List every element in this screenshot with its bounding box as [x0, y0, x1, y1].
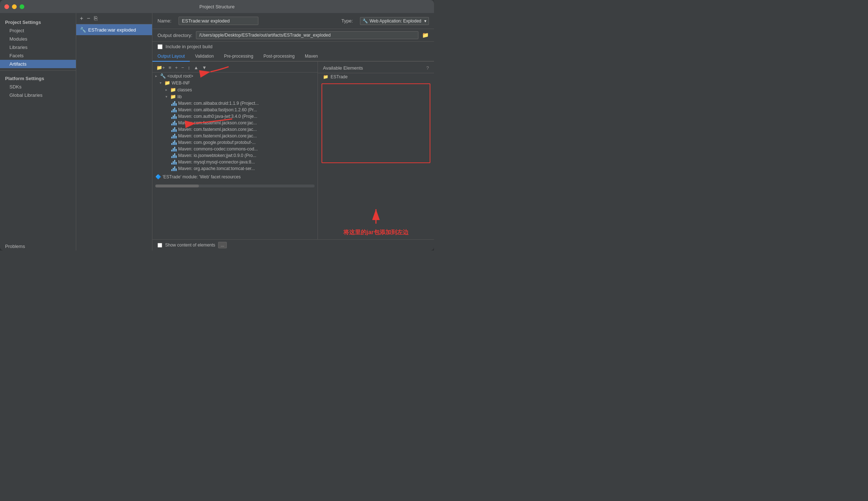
sidebar-item-global-libraries[interactable]: Global Libraries: [0, 91, 76, 99]
tree-node-label: lib: [177, 94, 182, 99]
jar-icon: [171, 121, 177, 125]
tree-node-druid[interactable]: Maven: com.alibaba:druid:1.1.9 (Project.…: [152, 100, 318, 107]
tree-add-dir-button[interactable]: 📁+: [155, 65, 166, 71]
tree-scrollbar[interactable]: [155, 185, 315, 187]
close-button[interactable]: [4, 4, 9, 9]
output-dir-input[interactable]: [196, 31, 418, 39]
copy-artifact-button[interactable]: ⎘: [93, 15, 98, 22]
tree-node-label: Maven: com.auth0:java-jwt:3.4.0 (Proje..…: [178, 114, 257, 119]
tree-node-label: 'ESTrade' module: 'Web' facet resources: [163, 174, 241, 179]
tree-plus-button[interactable]: +: [174, 65, 179, 71]
annotation-box: [322, 83, 430, 163]
annotation-text: 将这里的jar包添加到左边: [343, 229, 409, 236]
tree-node-tomcat[interactable]: Maven: org.apache.tomcat:tomcat-ser...: [152, 165, 318, 172]
sidebar-item-artifacts[interactable]: Artifacts: [0, 60, 76, 68]
tree-node-jackson3[interactable]: Maven: com.fasterxml.jackson.core:jac...: [152, 133, 318, 139]
tab-maven[interactable]: Maven: [300, 51, 323, 62]
type-icon: 🔧: [363, 18, 368, 24]
type-dropdown-icon[interactable]: ▾: [424, 18, 426, 24]
sidebar-divider: [0, 70, 76, 71]
help-icon[interactable]: ?: [426, 65, 429, 71]
tree-node-mysql[interactable]: Maven: mysql:mysql-connector-java:8...: [152, 159, 318, 165]
output-dir-row: Output directory: 📁: [152, 29, 434, 42]
sidebar-item-problems[interactable]: Problems: [0, 240, 76, 250]
tree-add-button[interactable]: ≡: [168, 65, 173, 71]
show-content-label: Show content of elements: [165, 243, 215, 248]
artifact-item-estrade-war-exploded[interactable]: 🔧 ESTrade:war exploded: [76, 24, 152, 35]
tabs-row: Output Layout Validation Pre-processing …: [152, 51, 434, 62]
available-elements-header: Available Elements ?: [318, 63, 434, 73]
artifact-icon: 🔧: [80, 27, 86, 33]
jar-icon: [171, 114, 177, 119]
tree-node-jjwt[interactable]: Maven: io.jsonwebtoken:jjwt:0.9.0 (Pro..…: [152, 152, 318, 159]
include-row: Include in project build: [152, 42, 434, 51]
tree-node-label: WEB-INF: [172, 80, 190, 86]
browse-folder-button[interactable]: 📁: [422, 32, 429, 38]
minimize-button[interactable]: [12, 4, 17, 9]
jar-icon: [171, 101, 177, 106]
tree-up-button[interactable]: ▲: [193, 65, 200, 71]
type-label: Type:: [341, 18, 353, 24]
sidebar-item-project[interactable]: Project: [0, 26, 76, 35]
tab-preprocessing[interactable]: Pre-processing: [219, 51, 258, 62]
tree-node-protobuf[interactable]: Maven: com.google.protobuf:protobuf-...: [152, 139, 318, 146]
tab-validation[interactable]: Validation: [190, 51, 219, 62]
tree-sort-button[interactable]: ↕: [187, 65, 191, 71]
name-input[interactable]: [179, 17, 258, 25]
tree-node-lib[interactable]: ▾ 📁 lib: [152, 93, 318, 100]
scrollbar-thumb[interactable]: [155, 185, 199, 187]
sidebar-item-modules[interactable]: Modules: [0, 35, 76, 43]
expand-icon: ▾: [165, 95, 169, 99]
include-label: Include in project build: [165, 44, 212, 49]
tree-node-webinf[interactable]: ▾ 📁 WEB-INF: [152, 79, 318, 86]
tree-node-javajwt[interactable]: Maven: com.auth0:java-jwt:3.4.0 (Proje..…: [152, 113, 318, 120]
remove-artifact-button[interactable]: −: [86, 15, 91, 22]
available-item-estrade[interactable]: 📁 ESTrade: [318, 73, 434, 80]
titlebar-buttons: [4, 4, 24, 9]
expand-icon: ▾: [160, 81, 163, 85]
sidebar-item-libraries[interactable]: Libraries: [0, 43, 76, 51]
tree-node-output-root[interactable]: ▸ 🔧 <output root>: [152, 73, 318, 79]
output-tree-panel: 📁+ ≡ + − ↕ ▲ ▼ ▸ 🔧: [152, 62, 318, 239]
jar-icon: [171, 140, 177, 145]
tree-minus-button[interactable]: −: [180, 65, 185, 71]
bottom-bar: Show content of elements ...: [152, 239, 434, 250]
maximize-button[interactable]: [20, 4, 24, 9]
tree-node-fastjson[interactable]: Maven: com.alibaba:fastjson:1.2.60 (Pr..…: [152, 107, 318, 113]
tree-node-label: Maven: org.apache.tomcat:tomcat-ser...: [178, 166, 255, 171]
tree-node-commons-codec[interactable]: Maven: commons-codec:commons-cod...: [152, 146, 318, 152]
available-item-folder-icon: 📁: [323, 74, 328, 79]
annotation-arrow-up: [369, 206, 383, 227]
titlebar: Project Structure: [0, 0, 434, 13]
module-icon: 🔷: [155, 174, 161, 179]
sidebar-item-facets[interactable]: Facets: [0, 51, 76, 60]
tab-postprocessing[interactable]: Post-processing: [258, 51, 300, 62]
folder-icon: 📁: [170, 94, 176, 99]
tree-node-label: Maven: io.jsonwebtoken:jjwt:0.9.0 (Pro..…: [178, 153, 256, 158]
folder-icon: 🔧: [160, 73, 166, 79]
window-title: Project Structure: [200, 4, 235, 9]
tree-node-classes[interactable]: ▸ 📁 classes: [152, 86, 318, 93]
expand-icon: ▸: [165, 88, 169, 92]
tree-node-estrade-module[interactable]: 🔷 'ESTrade' module: 'Web' facet resource…: [152, 173, 318, 180]
show-content-checkbox[interactable]: [157, 243, 162, 248]
tree-down-button[interactable]: ▼: [201, 65, 208, 71]
type-select[interactable]: 🔧 Web Application: Exploded ▾: [360, 17, 429, 25]
tab-output-layout[interactable]: Output Layout: [152, 51, 190, 62]
ellipsis-button[interactable]: ...: [218, 242, 227, 248]
tree-node-label: Maven: com.fasterxml.jackson.core:jac...: [178, 120, 257, 125]
jar-icon: [171, 147, 177, 152]
tree-node-label: Maven: com.google.protobuf:protobuf-...: [178, 140, 255, 145]
include-checkbox[interactable]: [157, 44, 163, 49]
artifact-toolbar: + − ⎘: [76, 13, 152, 24]
project-settings-label: Project Settings: [0, 17, 76, 26]
add-artifact-button[interactable]: +: [79, 15, 84, 22]
sidebar-item-sdks[interactable]: SDKs: [0, 83, 76, 91]
tree-node-jackson1[interactable]: Maven: com.fasterxml.jackson.core:jac...: [152, 120, 318, 126]
expand-icon: ▸: [155, 74, 159, 78]
tree-node-jackson2[interactable]: Maven: com.fasterxml.jackson.core:jac...: [152, 126, 318, 133]
jar-icon: [171, 166, 177, 171]
tree-node-label: Maven: mysql:mysql-connector-java:8...: [178, 160, 255, 165]
name-label: Name:: [157, 18, 171, 24]
layout-area: 📁+ ≡ + − ↕ ▲ ▼ ▸ 🔧: [152, 62, 434, 239]
